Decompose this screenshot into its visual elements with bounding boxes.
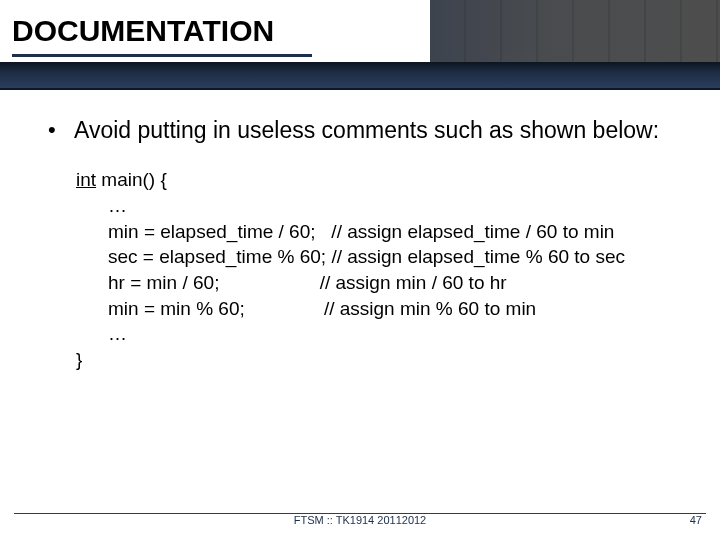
footer-text: FTSM :: TK1914 20112012 — [0, 514, 720, 526]
code-sig-rest: main() { — [96, 169, 167, 190]
code-keyword-int: int — [76, 169, 96, 190]
code-line-1: … — [108, 193, 672, 219]
slide-title: DOCUMENTATION — [12, 14, 274, 48]
title-underline — [12, 54, 312, 57]
bullet-text: Avoid putting in useless comments such a… — [74, 116, 659, 145]
header-bar — [0, 62, 720, 90]
code-line-3: sec = elapsed_time % 60; // assign elaps… — [108, 244, 672, 270]
slide-header: DOCUMENTATION — [0, 0, 720, 90]
slide-content: • Avoid putting in useless comments such… — [0, 90, 720, 373]
code-close-brace: } — [76, 347, 672, 373]
code-signature: int main() { — [76, 167, 672, 193]
bullet-item: • Avoid putting in useless comments such… — [48, 116, 672, 145]
code-line-5: min = min % 60; // assign min % 60 to mi… — [108, 296, 672, 322]
page-number: 47 — [690, 514, 702, 526]
slide-footer: FTSM :: TK1914 20112012 47 — [0, 512, 720, 532]
code-line-2: min = elapsed_time / 60; // assign elaps… — [108, 219, 672, 245]
code-block: int main() { … min = elapsed_time / 60; … — [76, 167, 672, 372]
code-line-4: hr = min / 60; // assign min / 60 to hr — [108, 270, 672, 296]
code-line-6: … — [108, 321, 672, 347]
bullet-marker: • — [48, 116, 74, 144]
